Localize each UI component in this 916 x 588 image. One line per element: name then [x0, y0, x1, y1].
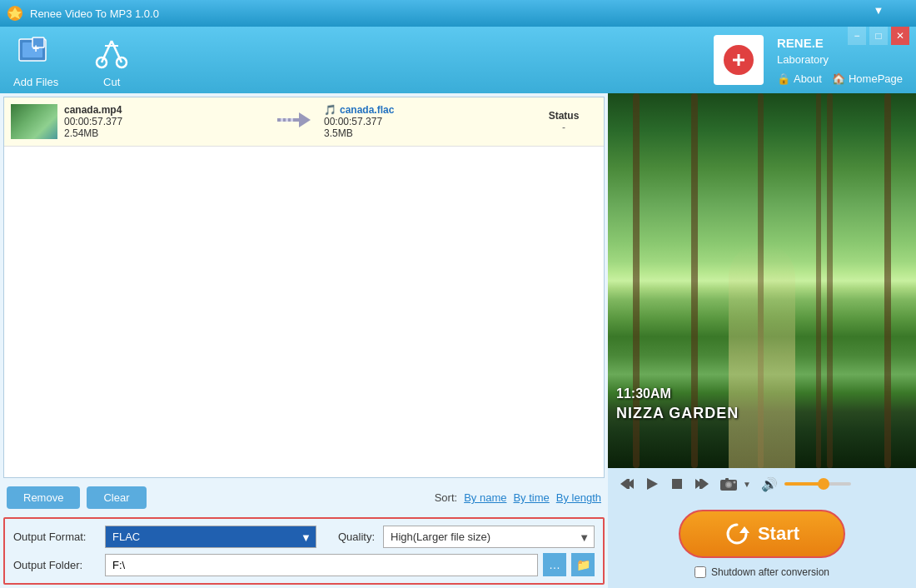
output-file-info: 🎵 canada.flac 00:00:57.377 3.5MB: [324, 104, 524, 139]
video-time-overlay: 11:30AM: [616, 386, 671, 401]
start-label: Start: [758, 523, 799, 545]
status-value: -: [530, 122, 597, 133]
thumbnail-image: [11, 104, 57, 139]
bottom-controls: Remove Clear Sort: By name By time By le…: [0, 481, 608, 514]
stop-icon: [670, 476, 685, 491]
status-label: Status: [530, 110, 597, 122]
play-button[interactable]: [643, 475, 661, 493]
media-controls: ▼ 🔊: [608, 468, 916, 500]
lock-icon: 🔒: [777, 72, 790, 85]
shutdown-label: Shutdown after conversion: [711, 566, 829, 578]
add-files-icon: +: [16, 32, 56, 72]
quality-select-wrapper: High(Larger file size) Medium Low ▼: [383, 526, 595, 548]
svg-point-30: [734, 481, 736, 484]
forward-button[interactable]: [693, 475, 711, 493]
sort-by-length[interactable]: By length: [556, 491, 601, 504]
folder-input-row: … 📁: [105, 553, 595, 576]
camera-dropdown-arrow: ▼: [743, 480, 751, 489]
browse-button[interactable]: …: [543, 553, 566, 576]
svg-marker-21: [647, 478, 658, 490]
format-select-wrapper: FLAC MP3 AAC WAV OGG ▼: [105, 526, 316, 548]
video-location-overlay: NIZZA GARDEN: [616, 405, 739, 422]
svg-rect-16: [286, 118, 288, 122]
video-image: 11:30AM NIZZA GARDEN: [608, 93, 916, 468]
source-duration: 00:00:57.377: [64, 116, 264, 127]
sort-area: Sort: By name By time By length: [435, 491, 601, 504]
sort-by-time[interactable]: By time: [513, 491, 549, 504]
quality-label: Quality:: [338, 531, 375, 543]
add-files-label: Add Files: [13, 76, 58, 88]
output-duration: 00:00:57.377: [324, 116, 524, 127]
volume-slider[interactable]: [784, 482, 851, 486]
title-bar: Renee Video To MP3 1.0.0 Language ▼ − □ …: [0, 0, 916, 27]
clear-button[interactable]: Clear: [87, 486, 146, 509]
right-bottom: Start Shutdown after conversion: [608, 500, 916, 588]
svg-point-28: [727, 483, 731, 487]
rewind-icon: [620, 476, 635, 491]
remove-button[interactable]: Remove: [7, 486, 80, 509]
sort-label: Sort:: [435, 491, 457, 504]
shutdown-row: Shutdown after conversion: [694, 566, 829, 578]
about-link[interactable]: 🔒 About: [777, 72, 822, 85]
right-panel: 11:30AM NIZZA GARDEN: [608, 93, 916, 588]
svg-text:+: +: [32, 42, 39, 55]
output-filename: 🎵 canada.flac: [324, 104, 524, 116]
play-icon: [645, 476, 660, 491]
svg-marker-25: [702, 479, 709, 489]
output-size: 3.5MB: [324, 127, 524, 139]
homepage-link[interactable]: 🏠 HomePage: [832, 72, 903, 85]
cut-button[interactable]: Cut: [92, 32, 132, 88]
camera-icon: [719, 476, 738, 491]
convert-arrow: [271, 110, 317, 134]
folder-input[interactable]: [105, 554, 538, 576]
volume-icon: 🔊: [761, 476, 778, 492]
svg-rect-29: [725, 478, 729, 481]
header-bar: + Add Files Cut RENE: [0, 27, 916, 93]
format-row: Output Format: FLAC MP3 AAC WAV OGG ▼ Qu…: [13, 526, 595, 548]
shutdown-checkbox[interactable]: [694, 566, 706, 578]
app-title: Renee Video To MP3 1.0.0: [30, 7, 159, 20]
forward-icon: [694, 476, 709, 491]
video-preview: 11:30AM NIZZA GARDEN: [608, 93, 916, 468]
svg-marker-18: [620, 479, 627, 489]
stop-button[interactable]: [668, 475, 686, 493]
file-thumbnail: [11, 104, 57, 139]
open-folder-button[interactable]: 📁: [571, 553, 595, 576]
quality-select[interactable]: High(Larger file size) Medium Low: [383, 526, 595, 548]
svg-rect-17: [291, 118, 293, 122]
refresh-icon: [724, 521, 749, 546]
output-folder-label: Output Folder:: [13, 559, 97, 571]
svg-marker-31: [739, 526, 749, 533]
camera-button[interactable]: [718, 475, 739, 493]
title-left: Renee Video To MP3 1.0.0: [7, 5, 159, 22]
source-file-info: canada.mp4 00:00:57.377 2.54MB: [64, 104, 264, 139]
home-icon: 🏠: [832, 72, 845, 85]
rewind-button[interactable]: [618, 475, 636, 493]
cut-icon: [92, 32, 132, 72]
brand-logo: [714, 35, 764, 85]
language-icon: ▼: [874, 4, 884, 17]
main-content: canada.mp4 00:00:57.377 2.54MB: [0, 93, 916, 588]
svg-rect-24: [699, 479, 702, 489]
svg-rect-22: [672, 479, 682, 489]
source-filename: canada.mp4: [64, 104, 264, 116]
settings-panel: Output Format: FLAC MP3 AAC WAV OGG ▼ Qu…: [3, 517, 605, 585]
cut-label: Cut: [103, 76, 120, 88]
file-list: canada.mp4 00:00:57.377 2.54MB: [3, 97, 605, 478]
add-files-button[interactable]: + Add Files: [13, 32, 58, 88]
sort-by-name[interactable]: By name: [464, 491, 506, 504]
folder-row: Output Folder: … 📁: [13, 553, 595, 576]
start-button[interactable]: Start: [679, 510, 845, 558]
svg-marker-14: [299, 112, 311, 127]
table-row: canada.mp4 00:00:57.377 2.54MB: [4, 97, 604, 147]
brand-links: RENE.E Laboratory 🔒 About 🏠 HomePage: [777, 36, 903, 85]
app-icon: [7, 5, 23, 22]
source-size: 2.54MB: [64, 127, 264, 139]
format-select[interactable]: FLAC MP3 AAC WAV OGG: [105, 526, 316, 548]
folder-icon: 📁: [576, 558, 590, 571]
file-status: Status -: [530, 110, 597, 133]
output-format-label: Output Format:: [13, 531, 97, 543]
svg-rect-15: [281, 118, 283, 122]
left-panel: canada.mp4 00:00:57.377 2.54MB: [0, 93, 608, 588]
